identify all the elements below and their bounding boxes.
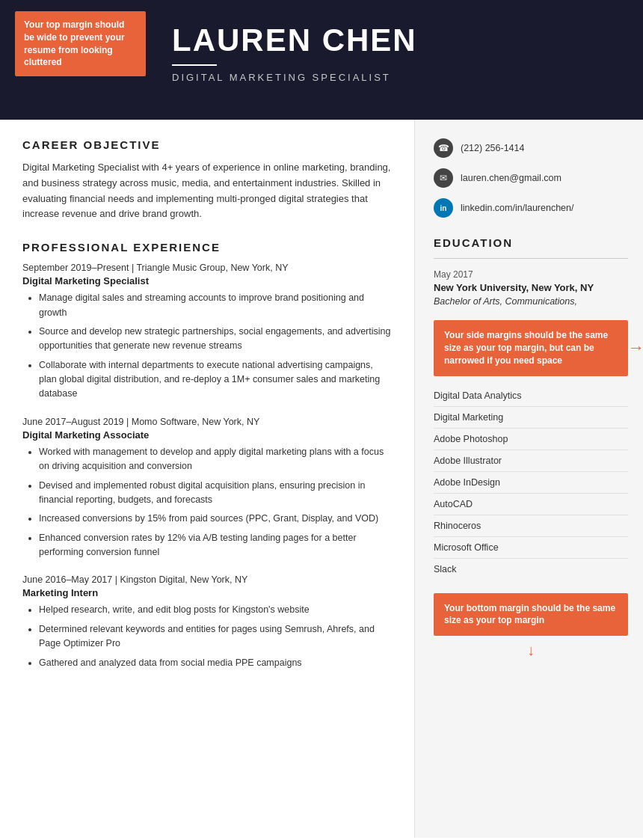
bullet: Gathered and analyzed data from social m… xyxy=(39,656,392,670)
linkedin-url: linkedin.com/in/laurenchen/ xyxy=(461,203,573,213)
skill-item: Microsoft Office xyxy=(434,537,628,559)
skill-item: AutoCAD xyxy=(434,494,628,515)
education-degree: Bachelor of Arts, Communications, xyxy=(434,296,628,307)
bullet: Determined relevant keywords and entitie… xyxy=(39,622,392,652)
bottom-arrow-icon: ↓ xyxy=(434,642,628,659)
phone-icon: ☎ xyxy=(434,138,453,158)
professional-experience-heading: PROFESSIONAL EXPERIENCE xyxy=(22,241,392,254)
education-section: EDUCATION May 2017 New York University, … xyxy=(434,236,628,307)
skill-item: Digital Data Analytics xyxy=(434,385,628,407)
contact-section: ☎ (212) 256-1414 ✉ lauren.chen@gmail.com… xyxy=(434,138,628,218)
contact-phone: ☎ (212) 256-1414 xyxy=(434,138,628,158)
candidate-name: LAUREN CHEN xyxy=(172,22,417,58)
bullet: Collaborate with internal departments to… xyxy=(39,358,392,402)
skill-item: Slack xyxy=(434,559,628,580)
job-meta-2: June 2017–August 2019 | Momo Software, N… xyxy=(22,417,392,427)
job-meta-3: June 2016–May 2017 | Kingston Digital, N… xyxy=(22,574,392,585)
contact-linkedin: in linkedin.com/in/laurenchen/ xyxy=(434,198,628,218)
job-meta-1: September 2019–Present | Triangle Music … xyxy=(22,263,392,273)
top-margin-tooltip: Your top margin should be wide to preven… xyxy=(15,11,146,76)
job-block-3: June 2016–May 2017 | Kingston Digital, N… xyxy=(22,574,392,670)
left-column: CAREER OBJECTIVE Digital Marketing Speci… xyxy=(0,120,415,838)
bullet: Worked with management to develop and ap… xyxy=(39,445,392,474)
education-divider xyxy=(434,258,628,259)
side-arrow-icon: → xyxy=(628,337,643,360)
email-icon: ✉ xyxy=(434,168,453,188)
job-block-1: September 2019–Present | Triangle Music … xyxy=(22,263,392,402)
contact-email: ✉ lauren.chen@gmail.com xyxy=(434,168,628,188)
education-school: New York University, New York, NY xyxy=(434,281,628,295)
career-objective-section: CAREER OBJECTIVE Digital Marketing Speci… xyxy=(22,138,392,222)
skill-item: Rhinoceros xyxy=(434,515,628,537)
header-divider xyxy=(172,64,217,66)
job-bullets-2: Worked with management to develop and ap… xyxy=(22,445,392,560)
job-block-2: June 2017–August 2019 | Momo Software, N… xyxy=(22,417,392,560)
linkedin-icon: in xyxy=(434,198,453,218)
bullet: Manage digital sales and streaming accou… xyxy=(39,291,392,320)
skill-item: Adobe Illustrator xyxy=(434,450,628,472)
candidate-title: DIGITAL MARKETING SPECIALIST xyxy=(172,72,417,83)
job-bullets-3: Helped research, write, and edit blog po… xyxy=(22,603,392,670)
professional-experience-section: PROFESSIONAL EXPERIENCE September 2019–P… xyxy=(22,241,392,670)
career-objective-text: Digital Marketing Specialist with 4+ yea… xyxy=(22,160,392,222)
bullet: Helped research, write, and edit blog po… xyxy=(39,603,392,617)
header-name-area: LAUREN CHEN DIGITAL MARKETING SPECIALIST xyxy=(172,22,417,83)
job-title-1: Digital Marketing Specialist xyxy=(22,275,392,286)
skill-item: Adobe Photoshop xyxy=(434,429,628,450)
job-title-3: Marketing Intern xyxy=(22,587,392,598)
education-date: May 2017 xyxy=(434,269,628,280)
bullet: Increased conversions by 15% from paid s… xyxy=(39,512,392,526)
bullet: Source and develop new strategic partner… xyxy=(39,325,392,354)
bottom-margin-tooltip: Your bottom margin should be the same si… xyxy=(434,593,628,637)
education-heading: EDUCATION xyxy=(434,236,628,249)
side-margin-tooltip: Your side margins should be the same siz… xyxy=(434,320,628,375)
bullet: Devised and implemented robust digital a… xyxy=(39,479,392,508)
skills-list: Digital Data Analytics Digital Marketing… xyxy=(434,385,628,580)
resume-page: ↑ Your top margin should be wide to prev… xyxy=(0,0,643,840)
phone-number: (212) 256-1414 xyxy=(461,143,524,153)
bullet: Enhanced conversion rates by 12% via A/B… xyxy=(39,531,392,560)
header: ↑ Your top margin should be wide to prev… xyxy=(0,0,643,120)
career-objective-heading: CAREER OBJECTIVE xyxy=(22,138,392,151)
skill-item: Adobe InDesign xyxy=(434,472,628,494)
right-column: ☎ (212) 256-1414 ✉ lauren.chen@gmail.com… xyxy=(415,120,643,838)
job-bullets-1: Manage digital sales and streaming accou… xyxy=(22,291,392,402)
job-title-2: Digital Marketing Associate xyxy=(22,429,392,441)
email-address: lauren.chen@gmail.com xyxy=(461,173,562,183)
contact-list: ☎ (212) 256-1414 ✉ lauren.chen@gmail.com… xyxy=(434,138,628,218)
skill-item: Digital Marketing xyxy=(434,407,628,429)
body-area: CAREER OBJECTIVE Digital Marketing Speci… xyxy=(0,120,643,838)
